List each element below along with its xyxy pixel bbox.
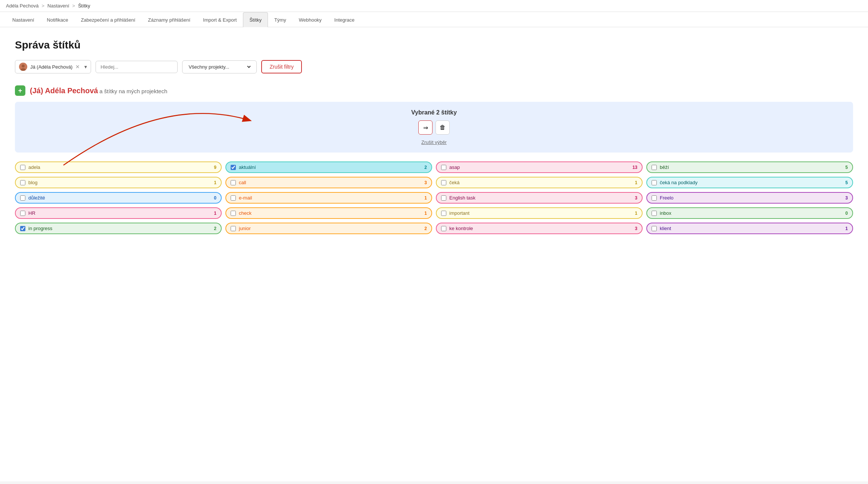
tag-name-label: call (239, 180, 421, 185)
tags-section: adela9aktuální2asap13běží5blog1call3čeká… (15, 161, 853, 234)
tag-checkbox[interactable] (20, 195, 25, 201)
filter-projects-select[interactable]: Všechny projekty... (182, 60, 257, 73)
tag-name-label: adela (28, 164, 211, 170)
tag-name-label: ke kontrole (449, 226, 632, 231)
tab-webhooky[interactable]: Webhooky (293, 12, 328, 27)
tag-item[interactable]: ke kontrole3 (436, 223, 643, 234)
user-avatar (19, 63, 27, 71)
search-input[interactable] (96, 61, 178, 73)
tab-stitky[interactable]: Štítky (243, 12, 268, 27)
tag-item[interactable]: čeká1 (436, 177, 643, 188)
section-title-group: (Já) Adéla Pechová a štítky na mých proj… (30, 87, 167, 95)
tag-item[interactable]: English task3 (436, 192, 643, 204)
clear-user-icon[interactable]: ✕ (75, 64, 80, 70)
tag-item[interactable]: in progress2 (15, 223, 222, 234)
tag-item[interactable]: čeká na podklady5 (646, 177, 853, 188)
delete-button[interactable]: 🗑 (435, 120, 450, 135)
tag-item[interactable]: adela9 (15, 161, 222, 173)
svg-point-1 (22, 65, 25, 67)
tag-checkbox[interactable] (652, 180, 657, 185)
add-tag-button[interactable]: + (15, 85, 25, 96)
tag-checkbox[interactable] (231, 195, 236, 201)
tag-item[interactable]: běží5 (646, 161, 853, 173)
tag-item[interactable]: HR1 (15, 207, 222, 219)
clear-filter-button[interactable]: Zrušit filtry (261, 60, 302, 73)
nav-tabs: Nastavení Notifikace Zabezpečení a přihl… (0, 12, 868, 27)
user-label: Já (Adéla Pechová) (30, 64, 72, 70)
tag-checkbox[interactable] (231, 180, 236, 185)
tag-name-label: aktuální (239, 164, 421, 170)
tag-checkbox[interactable] (441, 211, 446, 216)
breadcrumb-user[interactable]: Adéla Pechová (6, 3, 38, 9)
tag-count-label: 1 (214, 211, 216, 216)
tag-item[interactable]: klient1 (646, 223, 853, 234)
tab-import[interactable]: Import & Export (197, 12, 243, 27)
tag-item[interactable]: Freelo3 (646, 192, 853, 204)
tag-item[interactable]: důležité0 (15, 192, 222, 204)
tag-name-label: e-mail (239, 195, 421, 201)
tab-zabezpeceni[interactable]: Zabezpečení a přihlášení (75, 12, 142, 27)
tag-name-label: junior (239, 226, 421, 231)
chevron-down-icon: ▾ (84, 64, 87, 70)
breadcrumb-current: Štítky (78, 3, 90, 9)
tag-checkbox[interactable] (652, 226, 657, 231)
tag-count-label: 1 (635, 180, 637, 185)
tag-item[interactable]: check1 (225, 207, 432, 219)
tag-count-label: 2 (424, 226, 427, 231)
section-title: (Já) Adéla Pechová (30, 87, 98, 95)
tag-checkbox[interactable] (652, 195, 657, 201)
section-header: + (Já) Adéla Pechová a štítky na mých pr… (15, 85, 853, 96)
tag-checkbox[interactable] (441, 226, 446, 231)
tag-count-label: 5 (845, 180, 848, 185)
tag-count-label: 1 (424, 195, 427, 201)
section-subtitle: a štítky na mých projektech (100, 88, 168, 94)
tag-item[interactable]: aktuální2 (225, 161, 432, 173)
cancel-selection-link[interactable]: Zrušit výběr (421, 139, 447, 145)
breadcrumb-sep2: > (72, 3, 75, 9)
tab-tymy[interactable]: Týmy (268, 12, 293, 27)
projects-dropdown[interactable]: Všechny projekty... (187, 64, 252, 70)
tag-name-label: běží (660, 164, 842, 170)
tag-checkbox[interactable] (441, 165, 446, 170)
merge-button[interactable]: ⇒ (418, 120, 433, 135)
tab-integrace[interactable]: Integrace (328, 12, 361, 27)
tag-item[interactable]: important1 (436, 207, 643, 219)
tag-item[interactable]: junior2 (225, 223, 432, 234)
tag-item[interactable]: e-mail1 (225, 192, 432, 204)
tag-checkbox[interactable] (231, 165, 236, 170)
tag-count-label: 2 (214, 226, 216, 231)
tab-notifikace[interactable]: Notifikace (41, 12, 75, 27)
breadcrumb-nav[interactable]: Nastavení (47, 3, 69, 9)
tag-item[interactable]: inbox0 (646, 207, 853, 219)
tag-name-label: Freelo (660, 195, 842, 201)
tag-count-label: 1 (635, 211, 637, 216)
tag-checkbox[interactable] (652, 165, 657, 170)
tag-name-label: čeká na podklady (660, 180, 842, 185)
tag-checkbox[interactable] (652, 211, 657, 216)
panel-title: Vybrané 2 štítky (22, 109, 846, 116)
tag-item[interactable]: asap13 (436, 161, 643, 173)
tag-checkbox[interactable] (441, 195, 446, 201)
tag-checkbox[interactable] (231, 226, 236, 231)
tag-checkbox[interactable] (20, 180, 25, 185)
tag-name-label: important (449, 210, 632, 216)
tag-count-label: 0 (214, 195, 216, 201)
tag-count-label: 3 (635, 226, 637, 231)
filter-user-select[interactable]: Já (Adéla Pechová) ✕ ▾ (15, 60, 91, 73)
tag-name-label: inbox (660, 210, 842, 216)
tag-checkbox[interactable] (20, 226, 25, 231)
tag-checkbox[interactable] (441, 180, 446, 185)
tag-name-label: čeká (449, 180, 632, 185)
tag-checkbox[interactable] (20, 211, 25, 216)
tab-nastaveni[interactable]: Nastavení (6, 12, 41, 27)
tag-item[interactable]: call3 (225, 177, 432, 188)
merge-icon: ⇒ (423, 124, 428, 131)
tag-item[interactable]: blog1 (15, 177, 222, 188)
tag-checkbox[interactable] (231, 211, 236, 216)
tag-checkbox[interactable] (20, 165, 25, 170)
breadcrumb: Adéla Pechová > Nastavení > Štítky (0, 0, 868, 12)
breadcrumb-sep1: > (41, 3, 44, 9)
selected-panel: Vybrané 2 štítky ⇒ 🗑 Zrušit výběr (15, 102, 853, 153)
panel-actions: ⇒ 🗑 (22, 120, 846, 135)
tab-zaznamy[interactable]: Záznamy přihlášení (142, 12, 197, 27)
